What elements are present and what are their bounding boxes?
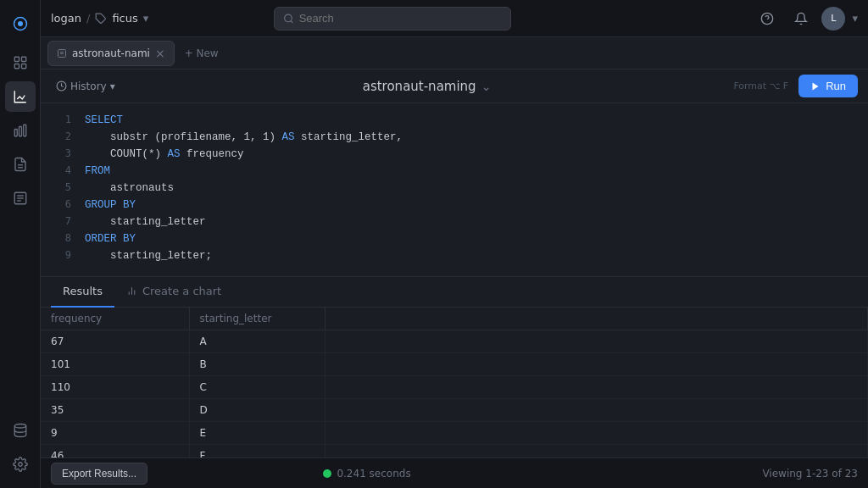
- code-line: 3 COUNT(*) AS frequency: [41, 147, 868, 164]
- col-header-frequency: frequency: [41, 308, 189, 330]
- table-row[interactable]: 35D: [41, 399, 868, 422]
- tabbar: astronaut-nami × + New: [41, 37, 868, 69]
- tab-close-icon[interactable]: ×: [155, 47, 165, 59]
- results-area: Results Create a chart frequency startin…: [41, 277, 868, 458]
- database-icon[interactable]: [5, 415, 36, 446]
- search-icon: [283, 13, 294, 25]
- search-input[interactable]: [299, 12, 502, 25]
- run-icon: [810, 81, 821, 92]
- code-line: 6GROUP BY: [41, 198, 868, 215]
- report-icon[interactable]: [5, 149, 36, 180]
- cell-starting-letter: B: [189, 353, 325, 376]
- page-icon[interactable]: [5, 183, 36, 214]
- col-header-empty: [325, 308, 868, 330]
- db-icon: [95, 13, 107, 25]
- cell-starting-letter: A: [189, 330, 325, 353]
- chart-tab-icon: [126, 286, 137, 297]
- cell-empty: [325, 399, 868, 422]
- tab-create-chart[interactable]: Create a chart: [114, 277, 233, 308]
- status-success-icon: [323, 469, 331, 478]
- table-row[interactable]: 46F: [41, 445, 868, 458]
- cell-starting-letter: F: [189, 445, 325, 458]
- query-tab[interactable]: astronaut-nami ×: [47, 41, 175, 66]
- analytics-icon[interactable]: [5, 81, 36, 112]
- svg-rect-2: [14, 57, 19, 61]
- svg-rect-6: [14, 130, 17, 136]
- svg-point-16: [18, 463, 22, 467]
- main-content: logan / ficus ▾: [41, 0, 868, 488]
- cell-frequency: 110: [41, 376, 189, 399]
- avatar-chevron-icon[interactable]: ▾: [852, 12, 858, 25]
- results-tabs: Results Create a chart: [41, 277, 868, 308]
- svg-point-15: [14, 424, 26, 429]
- svg-rect-4: [14, 64, 19, 69]
- code-line: 7 starting_letter: [41, 215, 868, 232]
- help-button[interactable]: [754, 5, 781, 32]
- cell-starting-letter: C: [189, 376, 325, 399]
- topnav-right: L ▾: [754, 5, 858, 32]
- data-table-container[interactable]: frequency starting_letter 67A101B110C35D…: [41, 308, 868, 458]
- table-row[interactable]: 110C: [41, 376, 868, 399]
- history-button[interactable]: History ▾: [51, 77, 120, 96]
- cell-starting-letter: D: [189, 399, 325, 422]
- grid-icon[interactable]: [5, 47, 36, 78]
- breadcrumb-db[interactable]: ficus: [112, 12, 137, 25]
- data-table: frequency starting_letter 67A101B110C35D…: [41, 308, 868, 458]
- col-header-starting-letter: starting_letter: [189, 308, 325, 330]
- query-name: astronaut-naming ⌄: [127, 79, 727, 94]
- cell-frequency: 101: [41, 353, 189, 376]
- breadcrumb: logan / ficus ▾: [51, 12, 148, 25]
- code-line: 2 substr (profilename, 1, 1) AS starting…: [41, 130, 868, 147]
- cell-frequency: 67: [41, 330, 189, 353]
- breadcrumb-user[interactable]: logan: [51, 12, 81, 25]
- topnav: logan / ficus ▾: [41, 0, 868, 37]
- code-line: 5 astronauts: [41, 181, 868, 198]
- db-chevron-icon[interactable]: ▾: [143, 12, 149, 25]
- svg-point-18: [284, 14, 292, 22]
- search-bar[interactable]: [274, 7, 511, 30]
- code-line: 9 starting_letter;: [41, 249, 868, 266]
- chart-icon[interactable]: [5, 115, 36, 146]
- history-label: History: [70, 80, 107, 92]
- tab-icon: [57, 48, 67, 58]
- viewing-count: Viewing 1-23 of 23: [762, 468, 858, 480]
- cell-empty: [325, 330, 868, 353]
- sidebar: [0, 0, 41, 488]
- code-line: 1SELECT: [41, 114, 868, 130]
- code-line: 8ORDER BY: [41, 232, 868, 249]
- new-tab-button[interactable]: + New: [178, 42, 225, 65]
- cell-frequency: 35: [41, 399, 189, 422]
- timing-text: 0.241 seconds: [337, 468, 410, 480]
- format-hint: Format ⌥ F: [733, 80, 788, 92]
- clock-icon: [56, 80, 67, 92]
- svg-point-1: [18, 21, 23, 26]
- table-row[interactable]: 67A: [41, 330, 868, 353]
- export-button[interactable]: Export Results...: [51, 463, 147, 485]
- status-timing: 0.241 seconds: [323, 468, 410, 480]
- svg-marker-26: [813, 82, 819, 90]
- cell-frequency: 9: [41, 422, 189, 445]
- code-line: 4FROM: [41, 164, 868, 181]
- cell-frequency: 46: [41, 445, 189, 458]
- history-chevron-icon: ▾: [110, 80, 115, 92]
- breadcrumb-separator: /: [86, 12, 90, 25]
- tab-results[interactable]: Results: [51, 277, 114, 308]
- avatar[interactable]: L: [821, 7, 845, 30]
- svg-rect-5: [21, 64, 25, 69]
- cell-starting-letter: E: [189, 422, 325, 445]
- code-editor[interactable]: 1SELECT2 substr (profilename, 1, 1) AS s…: [41, 103, 868, 277]
- logo[interactable]: [5, 8, 36, 39]
- svg-rect-8: [23, 125, 25, 136]
- notifications-button[interactable]: [787, 5, 815, 32]
- tab-label: astronaut-nami: [72, 47, 150, 59]
- table-row[interactable]: 101B: [41, 353, 868, 376]
- table-row[interactable]: 9E: [41, 422, 868, 445]
- settings-icon[interactable]: [5, 449, 36, 480]
- query-area: History ▾ astronaut-naming ⌄ Format ⌥ F …: [41, 69, 868, 458]
- run-button[interactable]: Run: [798, 75, 858, 97]
- cell-empty: [325, 445, 868, 458]
- cell-empty: [325, 422, 868, 445]
- cell-empty: [325, 376, 868, 399]
- cell-empty: [325, 353, 868, 376]
- query-chevron-icon[interactable]: ⌄: [481, 80, 492, 93]
